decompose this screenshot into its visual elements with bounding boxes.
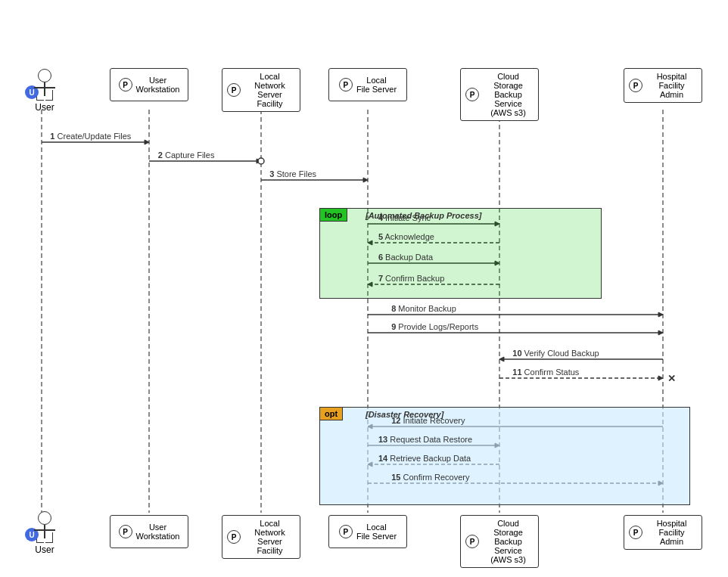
message-label-15: 15 Confirm Recovery [391,473,469,482]
lifeline-header-workstation: PUserWorkstation [110,515,188,548]
svg-text:✕: ✕ [667,373,676,384]
diagram-area: ✕ UUserUUserPUserWorkstationPUserWorksta… [0,21,728,551]
lifeline-header-workstation: PUserWorkstation [110,68,188,101]
svg-point-10 [258,158,264,164]
lifeline-header-fileserver: PLocalFile Server [328,68,407,101]
message-label-9: 9 Provide Logs/Reports [391,322,478,331]
lifeline-header-network: PLocal NetworkServer Facility [222,515,300,559]
message-label-10: 10 Verify Cloud Backup [512,349,599,358]
svg-marker-12 [363,178,368,182]
combined-box-opt: opt[Disaster Recovery] [319,407,690,505]
message-label-6: 6 Backup Data [378,253,433,262]
svg-marker-28 [658,376,663,380]
lifeline-header-admin: PHospitalFacility Admin [624,68,702,103]
svg-marker-7 [145,140,149,144]
combined-box-loop: loop[Automated Backup Process] [319,208,602,299]
message-label-4: 4 Initiate Sync [378,213,431,222]
lifeline-header-fileserver: PLocalFile Server [328,515,407,548]
message-label-8: 8 Monitor Backup [391,304,456,313]
lifeline-header-cloud: PCloud StorageBackup Service (AWS s3) [460,68,539,121]
actor-user: UUser [26,511,55,555]
svg-marker-22 [658,312,663,317]
message-label-2: 2 Capture Files [158,150,215,160]
footer-title [0,551,728,569]
lifeline-header-network: PLocal NetworkServer Facility [222,68,300,112]
main-title [0,0,728,21]
message-label-1: 1 Create/Update Files [50,132,131,141]
svg-marker-26 [499,357,504,361]
svg-marker-24 [658,330,663,335]
message-label-11: 11 Confirm Status [512,368,579,377]
svg-marker-9 [257,159,261,163]
message-label-12: 12 Initiate Recovery [391,416,465,425]
actor-user: UUser [26,69,55,113]
lifeline-header-cloud: PCloud StorageBackup Service (AWS s3) [460,515,539,568]
message-label-3: 3 Store Files [269,169,316,178]
message-label-13: 13 Request Data Restore [378,435,472,444]
message-label-14: 14 Retrieve Backup Data [378,454,471,463]
message-label-5: 5 Acknowledge [378,232,434,241]
message-label-7: 7 Confirm Backup [378,274,444,283]
lifeline-header-admin: PHospitalFacility Admin [624,515,702,550]
